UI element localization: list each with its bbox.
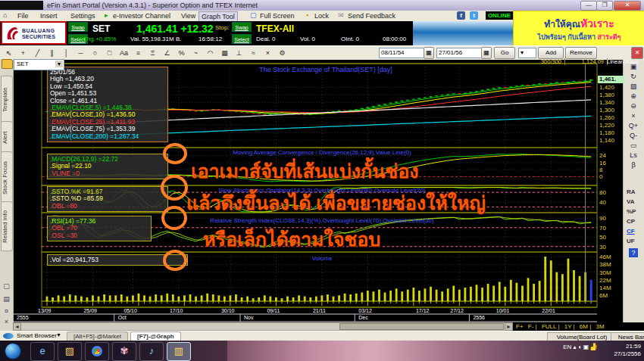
add-button[interactable]: Add	[538, 47, 564, 59]
menu-full-screen[interactable]: Full Screen	[258, 11, 297, 20]
extension-tool[interactable]: Ξ	[145, 47, 160, 60]
key-icon[interactable]: ¤	[2, 307, 11, 316]
beta-icon[interactable]: β	[625, 160, 642, 170]
date-from-calendar-button[interactable]: ▦	[424, 47, 434, 59]
date-to-calendar-button[interactable]: ▦	[481, 47, 492, 59]
set-swap-button[interactable]: Swap	[68, 22, 88, 32]
efin-app-icon[interactable]: ▥	[167, 342, 191, 361]
sidebar-tab-template[interactable]: Template	[1, 76, 13, 124]
save-icon[interactable]: ▤	[2, 295, 11, 303]
grid-tool[interactable]: ▦	[217, 47, 232, 60]
chrome-icon[interactable]	[85, 342, 109, 361]
menu-send-feedback[interactable]: Send Feedback	[345, 11, 398, 20]
rectangle-tool[interactable]: □	[102, 47, 117, 60]
close-panel-button[interactable]: ✕	[631, 47, 643, 59]
angle-tool[interactable]: ∠	[160, 47, 174, 60]
sidebar-tab-alert[interactable]: Alert	[1, 121, 13, 154]
right-label-va[interactable]: VA	[627, 198, 635, 205]
chart-window-icon[interactable]: ▣	[625, 62, 642, 71]
close-button[interactable]: ✕	[614, 1, 641, 11]
right-label-uf[interactable]: UF	[627, 238, 635, 244]
parallel-lines-tool[interactable]: ∥	[45, 47, 59, 60]
twitter-icon[interactable]: t	[470, 11, 478, 20]
right-label-pp[interactable]: %P	[627, 208, 636, 215]
pattern-tool[interactable]: ≈	[246, 47, 261, 60]
sidebar-tab-related-info[interactable]: Related Info	[1, 201, 13, 251]
horizontal-line-tool[interactable]: ─	[73, 47, 88, 60]
menu-settings[interactable]: Settings	[68, 11, 98, 20]
image-icon[interactable]: ▨	[625, 82, 642, 91]
menu-e-investor[interactable]: e-Investor Channel	[111, 11, 173, 20]
go-button[interactable]: Go	[494, 47, 515, 59]
minimize-button[interactable]: —	[580, 1, 597, 11]
taskbar-clock[interactable]: 21:59 27/1/2556	[614, 343, 641, 358]
template-combo[interactable]: ▾	[518, 48, 536, 58]
range-1y[interactable]: 1Y	[564, 323, 572, 330]
ellipse-tool[interactable]: ○	[88, 47, 102, 60]
vertical-line-tool[interactable]: │	[59, 47, 73, 60]
start-button[interactable]	[5, 343, 21, 359]
menu-view[interactable]: View	[179, 11, 198, 20]
smart-browser-dropdown[interactable]: ▼	[56, 332, 61, 338]
menu-graph-tool[interactable]: Graph Tool	[199, 11, 238, 22]
chevron-down-icon[interactable]: ▼	[55, 61, 63, 67]
maximize-button[interactable]: ❐	[596, 1, 613, 11]
right-label-cf[interactable]: CF	[627, 228, 635, 235]
explorer-icon[interactable]: ▨	[58, 342, 82, 361]
remove-button[interactable]: Remove	[565, 47, 597, 59]
delete-tool[interactable]: ×	[261, 47, 275, 60]
tfex-swap-button[interactable]: Swap	[232, 22, 252, 32]
refresh-icon[interactable]: ↻	[625, 72, 642, 81]
menu-lock[interactable]: Lock	[312, 11, 331, 20]
percent-tool[interactable]: %	[174, 47, 189, 60]
menu-file[interactable]: File	[15, 11, 31, 20]
symbol-folder-icon[interactable]	[2, 59, 13, 69]
right-label-cp[interactable]: CP	[627, 218, 635, 225]
text-tool[interactable]: Aa	[117, 47, 131, 60]
range-full[interactable]: FULL	[542, 323, 556, 330]
ruler-tool[interactable]: ⊥	[232, 47, 246, 60]
wave-tool[interactable]: ~	[189, 47, 203, 60]
range-f-plus[interactable]: F+	[516, 323, 524, 330]
date-from-field[interactable]: 08/11/54	[379, 48, 424, 58]
range-6m[interactable]: 6M	[580, 323, 588, 330]
settings-tool[interactable]: ⚙	[275, 47, 289, 60]
range-f-minus[interactable]: F-	[528, 323, 534, 330]
date-to-field[interactable]: 27/01/56	[436, 48, 482, 58]
crosshair-tool[interactable]: +	[16, 47, 30, 60]
tfex-select-button[interactable]: Select	[232, 34, 252, 44]
help-icon[interactable]: ?	[629, 248, 638, 257]
close-list-icon[interactable]: ×	[2, 318, 11, 326]
scroll-left-arrow[interactable]: ◄	[13, 322, 21, 331]
new-icon[interactable]: ▢	[2, 282, 11, 291]
zoom-in-icon[interactable]: ⊕	[625, 92, 642, 101]
clear-icon[interactable]: ×	[625, 111, 642, 120]
home-icon[interactable]: ⌂	[3, 11, 7, 19]
monitor-icon[interactable]: ▭	[625, 141, 642, 150]
volume-icon[interactable]: ◖	[578, 344, 582, 350]
ie-icon[interactable]: e	[30, 342, 55, 361]
right-label-ra[interactable]: RA	[627, 188, 636, 195]
magnify-minus-icon[interactable]: Q-	[625, 131, 642, 140]
magnify-plus-icon[interactable]: Q+	[625, 121, 642, 130]
fibonacci-tool[interactable]: ≡	[131, 47, 145, 60]
chart-scrollbar-thumb[interactable]	[339, 323, 504, 330]
range-3m[interactable]: 3M	[596, 323, 605, 330]
music-icon[interactable]: ♪	[139, 342, 164, 361]
action-center-icon[interactable]: ▣	[583, 344, 589, 350]
zoom-out-icon[interactable]: ⊖	[625, 101, 642, 110]
menu-insert[interactable]: Insert	[38, 11, 60, 20]
scroll-right-arrow[interactable]: ►	[505, 322, 513, 331]
pointer-tool[interactable]: ⇖	[2, 47, 16, 60]
trend-line-tool[interactable]: ╱	[30, 47, 45, 60]
smart-browser-label[interactable]: Smart Browser	[17, 332, 57, 339]
ad-banner[interactable]: ทำให้คุณหัวเราะ ไปพร้อมๆ กับเนื้อหา สาระ…	[513, 11, 644, 47]
facebook-icon[interactable]: f	[457, 11, 465, 20]
media-icon[interactable]: ✾	[112, 342, 136, 361]
network-warning-icon[interactable]: ▟!	[591, 344, 597, 350]
sidebar-tab-stock-focus[interactable]: Stock Focus	[1, 151, 13, 204]
arc-tool[interactable]: ◠	[203, 47, 217, 60]
last-sale-icon[interactable]: Ls	[625, 151, 642, 160]
symbol-combo[interactable]: SET ▼	[14, 59, 64, 70]
language-indicator[interactable]: EN	[563, 344, 571, 350]
